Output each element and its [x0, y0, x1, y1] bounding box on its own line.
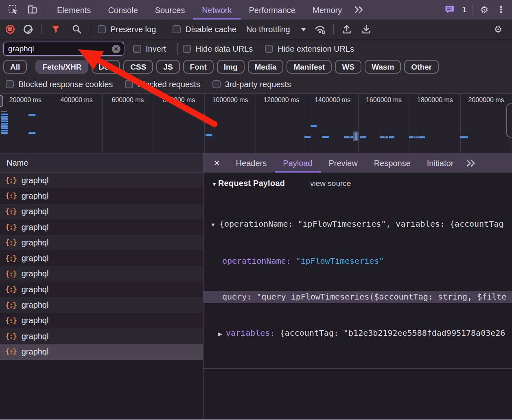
- blocked-response-cookies-checkbox[interactable]: Blocked response cookies: [6, 80, 113, 89]
- request-row[interactable]: {:}graphql: [0, 313, 203, 328]
- import-har-icon[interactable]: [339, 22, 354, 37]
- network-settings-gear-icon[interactable]: ⚙: [494, 25, 502, 34]
- checkbox-icon[interactable]: [98, 25, 106, 33]
- divider: [486, 24, 486, 35]
- payload-query-row[interactable]: query: "query ipFlowTimeseries($accountT…: [203, 291, 512, 303]
- checkbox-icon[interactable]: [183, 45, 191, 53]
- issues-message-icon[interactable]: [442, 2, 457, 17]
- checkbox-icon[interactable]: [125, 80, 133, 88]
- chevron-down-icon: [301, 28, 306, 31]
- request-row[interactable]: {:}graphql: [0, 250, 203, 266]
- tab-network[interactable]: Network: [193, 0, 240, 20]
- triangle-down-icon[interactable]: ▼: [210, 222, 216, 228]
- filter-funnel-icon[interactable]: [48, 22, 63, 37]
- chip-img[interactable]: Img: [217, 60, 245, 74]
- checkbox-icon[interactable]: [133, 45, 141, 53]
- blocked-requests-checkbox[interactable]: Blocked requests: [125, 80, 200, 89]
- request-row[interactable]: {:}graphql: [0, 344, 203, 359]
- hide-data-urls-checkbox[interactable]: Hide data URLs: [183, 44, 253, 54]
- tab-sources[interactable]: Sources: [147, 0, 193, 20]
- chip-doc[interactable]: Doc: [92, 60, 120, 74]
- chip-other[interactable]: Other: [404, 60, 439, 74]
- payload-variables-row[interactable]: ▶variables: {accountTag: "b12e3b2192ee55…: [203, 327, 512, 340]
- waterfall-bar: [1, 111, 7, 112]
- search-icon[interactable]: [70, 22, 84, 37]
- more-details-tabs-icon[interactable]: [466, 159, 476, 167]
- waterfall-bar: [418, 136, 425, 138]
- requests-panel: Name {:}graphql{:}graphql{:}graphql{:}gr…: [0, 153, 203, 419]
- waterfall-bar: [322, 136, 329, 138]
- settings-gear-icon[interactable]: ⚙: [480, 5, 488, 15]
- waterfall-bar: [460, 136, 468, 138]
- payload-operation-row[interactable]: operationName: "ipFlowTimeseries": [203, 255, 512, 267]
- checkbox-icon[interactable]: [265, 45, 273, 53]
- checkbox-icon[interactable]: [6, 80, 14, 88]
- throttling-dropdown[interactable]: No throttling: [246, 25, 306, 34]
- request-row[interactable]: {:}graphql: [0, 328, 203, 344]
- json-braces-icon: {:}: [5, 270, 17, 278]
- details-tab-headers[interactable]: Headers: [228, 153, 275, 173]
- third-party-requests-checkbox[interactable]: 3rd-party requests: [212, 80, 291, 89]
- chip-font[interactable]: Font: [183, 60, 214, 74]
- divider: [472, 4, 473, 15]
- chip-all[interactable]: All: [3, 60, 27, 74]
- more-tabs-icon[interactable]: [354, 6, 364, 14]
- tab-elements[interactable]: Elements: [48, 0, 99, 20]
- clear-filter-icon[interactable]: ✕: [112, 45, 120, 53]
- chip-wasm[interactable]: Wasm: [365, 60, 401, 74]
- kebab-menu-icon[interactable]: ⋮: [497, 5, 505, 14]
- request-name: graphql: [22, 176, 49, 185]
- record-network-log-icon[interactable]: [6, 25, 15, 34]
- request-row[interactable]: {:}graphql: [0, 173, 203, 188]
- view-source-link[interactable]: view source: [310, 179, 351, 188]
- details-tab-payload[interactable]: Payload: [275, 153, 320, 173]
- request-row[interactable]: {:}graphql: [0, 282, 203, 297]
- tab-console[interactable]: Console: [99, 0, 146, 20]
- filter-input[interactable]: graphql ✕: [3, 42, 124, 56]
- device-toolbar-icon[interactable]: [25, 2, 39, 17]
- chip-ws[interactable]: WS: [335, 60, 361, 74]
- request-row[interactable]: {:}graphql: [0, 235, 203, 250]
- checkbox-icon[interactable]: [212, 80, 221, 88]
- inspect-element-icon[interactable]: [6, 2, 21, 17]
- overview-tick-label: 1800000 ms: [409, 96, 460, 104]
- checkbox-icon[interactable]: [173, 25, 181, 33]
- timeline-overview[interactable]: 200000 ms400000 ms600000 ms800000 ms1000…: [0, 93, 512, 153]
- request-row[interactable]: {:}graphql: [0, 219, 203, 235]
- details-tab-response[interactable]: Response: [366, 153, 419, 173]
- request-row[interactable]: {:}graphql: [0, 266, 203, 282]
- clear-network-log-icon[interactable]: [24, 25, 33, 34]
- chip-fetch-xhr[interactable]: Fetch/XHR: [35, 60, 88, 74]
- request-row[interactable]: {:}graphql: [0, 297, 203, 313]
- overview-tick-label: 200000 ms: [0, 96, 51, 104]
- collapse-triangle-icon[interactable]: ▼: [212, 181, 217, 187]
- details-tab-initiator[interactable]: Initiator: [419, 153, 462, 173]
- export-har-icon[interactable]: [359, 22, 374, 37]
- waterfall-bar: [1, 116, 8, 118]
- request-row[interactable]: {:}graphql: [0, 188, 203, 203]
- network-conditions-icon[interactable]: [313, 22, 328, 37]
- tab-performance[interactable]: Performance: [241, 0, 304, 20]
- chip-media[interactable]: Media: [248, 60, 284, 74]
- payload-pane: ▼ Request Payload view source ▼{operatio…: [203, 173, 512, 419]
- chip-js[interactable]: JS: [156, 60, 179, 74]
- request-row[interactable]: {:}graphql: [0, 204, 203, 219]
- chip-manifest[interactable]: Manifest: [287, 60, 332, 74]
- json-braces-icon: {:}: [5, 285, 17, 293]
- details-tab-preview[interactable]: Preview: [321, 153, 366, 173]
- chip-css[interactable]: CSS: [123, 60, 153, 74]
- tab-memory[interactable]: Memory: [304, 0, 350, 20]
- column-header-name[interactable]: Name: [0, 153, 203, 173]
- waterfall-bar: [1, 132, 8, 134]
- network-main-area: Name {:}graphql{:}graphql{:}graphql{:}gr…: [0, 153, 512, 419]
- disable-cache-checkbox[interactable]: Disable cache: [173, 25, 236, 34]
- triangle-right-icon[interactable]: ▶: [218, 331, 222, 337]
- details-tabs: HeadersPayloadPreviewResponseInitiator: [228, 153, 462, 173]
- overview-column: 1600000 ms: [359, 94, 410, 153]
- hide-extension-urls-checkbox[interactable]: Hide extension URLs: [265, 44, 354, 54]
- invert-checkbox[interactable]: Invert: [133, 44, 166, 54]
- payload-root-row[interactable]: ▼{operationName: "ipFlowTimeseries", var…: [203, 218, 512, 231]
- preserve-log-checkbox[interactable]: Preserve log: [98, 25, 156, 34]
- overview-column: 1200000 ms: [256, 94, 307, 153]
- close-details-icon[interactable]: ✕: [213, 158, 221, 168]
